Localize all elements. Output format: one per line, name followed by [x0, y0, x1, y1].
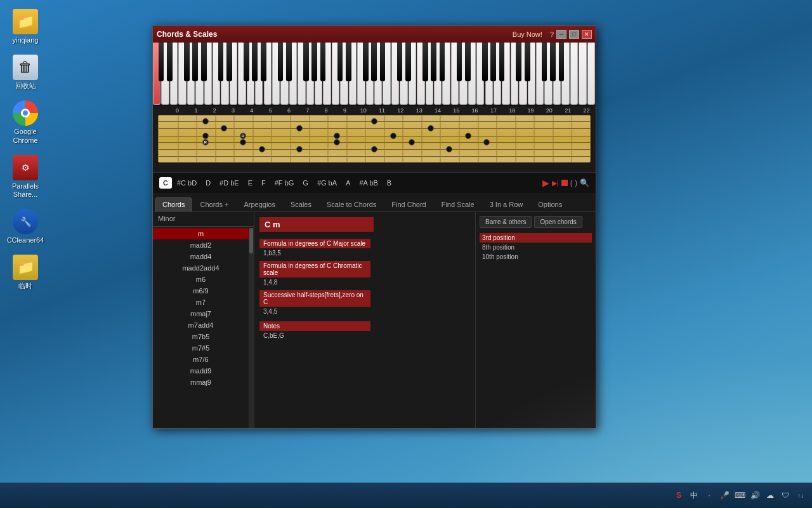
tab-find-chord[interactable]: Find Chord	[384, 197, 433, 211]
taskbar: S 中 · 🎤 ⌨ 🔊 ☁ 🛡 ↑↓	[0, 483, 812, 508]
playback-controls: ▶ ▶| ( ) 🔍	[542, 178, 589, 188]
piano-keys	[153, 43, 596, 105]
buy-now-link[interactable]: Buy Now!	[513, 30, 542, 38]
sidebar-item-m7s5[interactable]: m7#5	[153, 342, 249, 354]
yinqiang-label: yinqiang	[13, 36, 39, 44]
ccleaner-label: CCleaner64	[7, 236, 44, 244]
string-4	[159, 142, 590, 143]
note-key-e[interactable]: E	[244, 177, 256, 189]
restore-button[interactable]: □	[569, 30, 579, 39]
sidebar-item-m7b5[interactable]: m7b5	[153, 331, 249, 342]
play-button[interactable]: ▶	[542, 178, 549, 188]
tab-scale-to-chords[interactable]: Scale to Chords	[320, 197, 383, 211]
sidebar-item-madd9[interactable]: madd9	[153, 365, 249, 377]
minimize-button[interactable]: ─	[556, 30, 566, 39]
formula-major-label: Formula in degrees of C Major scale	[259, 239, 370, 248]
sidebar-item-madd2[interactable]: madd2	[153, 239, 249, 251]
search-button[interactable]: 🔍	[580, 178, 589, 187]
note-key-ds[interactable]: #D bE	[216, 177, 243, 189]
close-button[interactable]: ✕	[582, 30, 592, 39]
tray-icon-mic[interactable]: 🎤	[718, 489, 731, 502]
tray-icon-cloud[interactable]: ☁	[764, 489, 776, 502]
half-steps-value: 3,4,5	[259, 307, 470, 316]
tray-icon-keyboard[interactable]: ⌨	[733, 489, 746, 502]
note-key-fs[interactable]: #F bG	[271, 177, 298, 189]
content-area: Minor m madd2 madd4 madd2add4 m6 m6/9 m7…	[153, 212, 596, 428]
notes-value: C,bE,G	[259, 331, 470, 340]
sidebar-item-m6-9[interactable]: m6/9	[153, 285, 249, 297]
sidebar-item-m7-6[interactable]: m7/6	[153, 354, 249, 365]
desktop-icon-recycle[interactable]: 🗑 回收站	[3, 52, 48, 93]
open-chords-button[interactable]: Open chords	[534, 216, 582, 228]
tab-scales[interactable]: Scales	[284, 197, 318, 211]
right-panel-buttons: Barre & others Open chords	[480, 216, 592, 228]
main-panel: C m Formula in degrees of C Major scale …	[254, 212, 475, 428]
barre-others-button[interactable]: Barre & others	[480, 216, 532, 228]
formula-chromatic-row: Formula in degrees of C Chromatic scale …	[259, 261, 470, 286]
tab-chords[interactable]: Chords	[155, 197, 192, 211]
note-key-c[interactable]: C	[159, 177, 172, 189]
sidebar-scrollbar[interactable]	[249, 228, 254, 428]
tray-icon-lang[interactable]: 中	[688, 489, 700, 502]
note-key-b[interactable]: B	[383, 177, 395, 189]
position-3rd[interactable]: 3rd position	[480, 233, 592, 243]
tray-icon-network[interactable]: ↑↓	[794, 489, 807, 502]
half-steps-row: Successive half-steps[frets],zero on C 3…	[259, 290, 470, 316]
folder2-label: 临时	[18, 282, 32, 290]
formula-major-value: 1,b3,5	[259, 249, 470, 257]
desktop-icon-ccleaner[interactable]: 🔧 CCleaner64	[3, 206, 48, 247]
note-key-as[interactable]: #A bB	[355, 177, 381, 189]
help-button[interactable]: ?	[550, 30, 554, 38]
yinqiang-icon: 📁	[13, 9, 38, 34]
tab-options[interactable]: Options	[531, 197, 569, 211]
recycle-label: 回收站	[15, 82, 36, 90]
tray-icon-dot[interactable]: ·	[703, 489, 716, 502]
guitar-fretboard[interactable]: RR	[158, 115, 591, 163]
sidebar-item-m[interactable]: m	[153, 228, 249, 239]
desktop-icon-chrome[interactable]: Google Chrome	[3, 98, 48, 147]
stop-button[interactable]	[561, 180, 568, 186]
fret-numbers-row: 0 1 2 3 4 5 6 7 8 9 10 11 12 13 14 15 16…	[153, 106, 596, 114]
chrome-icon	[13, 100, 38, 126]
sidebar-item-m7[interactable]: m7	[153, 297, 249, 308]
right-panel: Barre & others Open chords 3rd position …	[475, 212, 596, 428]
sidebar-item-madd4[interactable]: madd4	[153, 251, 249, 262]
desktop-icon-yinqiang[interactable]: 📁 yinqiang	[3, 6, 48, 47]
tray-icon-s[interactable]: S	[672, 489, 685, 502]
desktop-icon-parallels[interactable]: ⚙ Parallels Share...	[3, 152, 48, 201]
sidebar-item-m6[interactable]: m6	[153, 274, 249, 285]
chrome-label: Google Chrome	[6, 128, 45, 144]
tabs-row: Chords Chords + Arpeggios Scales Scale t…	[153, 193, 596, 212]
sidebar-item-m7add4[interactable]: m7add4	[153, 319, 249, 331]
title-bar-right: Buy Now! ? ─ □ ✕	[513, 30, 592, 39]
note-key-a[interactable]: A	[342, 177, 354, 189]
piano-section[interactable]	[153, 43, 596, 106]
tab-chords-plus[interactable]: Chords +	[193, 197, 235, 211]
desktop-icon-folder2[interactable]: 📁 临时	[3, 252, 48, 293]
note-key-d[interactable]: D	[202, 177, 214, 189]
half-steps-label: Successive half-steps[frets],zero on C	[259, 290, 370, 307]
desktop: 📁 yinqiang 🗑 回收站 Google Chrome ⚙ Paralle…	[0, 0, 812, 508]
notes-row: Notes C,bE,G	[259, 319, 470, 340]
sidebar-item-mmaj7[interactable]: mmaj7	[153, 308, 249, 319]
note-key-cs[interactable]: #C bD	[173, 177, 200, 189]
position-10th[interactable]: 10th position	[480, 252, 592, 262]
tab-3-in-row[interactable]: 3 In a Row	[483, 197, 530, 211]
fretboard-section: 0 1 2 3 4 5 6 7 8 9 10 11 12 13 14 15 16…	[153, 106, 596, 173]
note-keys-row: C #C bD D #D bE E F #F bG G #G bA A #A b…	[153, 173, 596, 193]
recycle-icon: 🗑	[13, 55, 38, 80]
note-key-g[interactable]: G	[299, 177, 312, 189]
title-bar-left: Chords & Scales	[157, 30, 217, 39]
tray-icon-volume[interactable]: 🔊	[749, 489, 761, 502]
note-key-gs[interactable]: #G bA	[313, 177, 341, 189]
sidebar-item-madd2add4[interactable]: madd2add4	[153, 262, 249, 274]
tab-find-scale[interactable]: Find Scale	[435, 197, 481, 211]
sidebar-divider	[153, 226, 254, 227]
tab-arpeggios[interactable]: Arpeggios	[237, 197, 282, 211]
note-key-f[interactable]: F	[258, 177, 270, 189]
play-button-2[interactable]: ▶|	[552, 179, 559, 187]
tray-icon-shield[interactable]: 🛡	[779, 489, 792, 502]
sidebar-item-mmaj9[interactable]: mmaj9	[153, 377, 249, 388]
position-8th[interactable]: 8th position	[480, 243, 592, 252]
loop-button[interactable]: ( )	[570, 178, 577, 187]
